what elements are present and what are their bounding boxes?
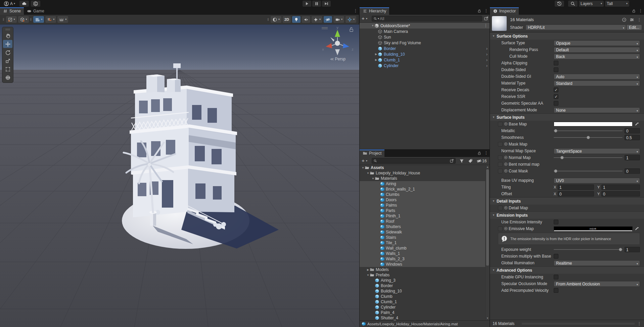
pause-button[interactable] bbox=[312, 1, 321, 7]
scene-lighting-toggle[interactable] bbox=[292, 16, 301, 23]
tool-transform-button[interactable] bbox=[3, 73, 12, 81]
help-icon[interactable]: ? bbox=[622, 17, 627, 22]
step-button[interactable] bbox=[322, 1, 331, 7]
pivot-mode-dropdown[interactable]: ▾ bbox=[18, 16, 29, 23]
project-item-airing[interactable]: Airing bbox=[360, 181, 485, 186]
overlay-drag-handle[interactable]: ‖ bbox=[267, 17, 269, 21]
layout-dropdown[interactable]: Tall ▾ bbox=[605, 1, 629, 7]
tool-rotate-button[interactable] bbox=[3, 48, 12, 56]
project-search-input[interactable] bbox=[372, 158, 456, 164]
eyedropper-button[interactable] bbox=[635, 226, 640, 231]
project-item-stairs[interactable]: Stairs bbox=[360, 235, 485, 240]
open-in-new-icon[interactable] bbox=[450, 159, 454, 163]
property-slider[interactable] bbox=[554, 137, 623, 138]
tab-game[interactable]: Game bbox=[24, 7, 47, 15]
project-item-assets[interactable]: ▼Assets bbox=[360, 165, 485, 170]
project-item-parts[interactable]: Parts bbox=[360, 208, 485, 213]
section-header-advanced-options[interactable]: ▼Advanced Options bbox=[490, 266, 644, 274]
tool-settings-dropdown[interactable]: ▾ bbox=[6, 16, 17, 23]
property-checkbox[interactable] bbox=[554, 275, 558, 279]
presets-icon[interactable] bbox=[630, 17, 634, 22]
project-item-border[interactable]: Border bbox=[360, 283, 485, 288]
property-dropdown[interactable]: UV0▾ bbox=[554, 178, 640, 183]
project-item-wall-clumb[interactable]: Wall_clumb bbox=[360, 246, 485, 251]
project-item-models[interactable]: ▶Models bbox=[360, 267, 485, 272]
hierarchy-item-sun[interactable]: Sun bbox=[360, 34, 490, 40]
play-button[interactable] bbox=[303, 1, 311, 7]
section-header-emission-inputs[interactable]: ▼Emission Inputs bbox=[490, 211, 644, 219]
project-item-roof[interactable]: Roof bbox=[360, 219, 485, 224]
project-item-plinth-1[interactable]: Plinth_1 bbox=[360, 213, 485, 219]
preview-resize-handle[interactable] bbox=[522, 323, 635, 325]
effects-dropdown[interactable]: ▾ bbox=[312, 16, 322, 23]
project-item-brick-walls-2-1[interactable]: Brick_walls_2_1 bbox=[360, 186, 485, 192]
slider-thumb[interactable] bbox=[619, 248, 622, 251]
foldout-closed-icon[interactable]: ▶ bbox=[366, 268, 370, 271]
project-item-building-10[interactable]: Building_10 bbox=[360, 288, 485, 294]
project-item-prefabs[interactable]: ▼Prefabs bbox=[360, 272, 485, 278]
create-asset-button[interactable]: + bbox=[362, 158, 365, 163]
hierarchy-scene-root[interactable]: ▼OutdoorsScene*⋮ bbox=[360, 23, 490, 29]
prefab-chevron-icon[interactable]: › bbox=[486, 46, 488, 51]
tool-move-button[interactable] bbox=[3, 40, 12, 48]
project-menu-button[interactable]: ⋮ bbox=[484, 151, 488, 155]
hierarchy-item-cylinder[interactable]: Cylinder› bbox=[360, 63, 490, 68]
y-value-field[interactable]: 1 bbox=[601, 184, 640, 190]
property-checkbox[interactable] bbox=[554, 67, 558, 72]
project-item-walls-2-3[interactable]: Walls_2_3 bbox=[360, 256, 485, 262]
inspector-menu-button[interactable]: ⋮ bbox=[639, 8, 643, 13]
overlay-drag-handle[interactable]: ‖ bbox=[30, 17, 32, 21]
project-item-shutters[interactable]: Shutters bbox=[360, 224, 485, 229]
hierarchy-item-border[interactable]: Border› bbox=[360, 46, 490, 51]
global-search-button[interactable] bbox=[568, 1, 578, 7]
foldout-open-icon[interactable]: ▼ bbox=[371, 177, 375, 180]
project-item-doors[interactable]: Doors bbox=[360, 197, 485, 203]
shader-dropdown[interactable]: HDRP/Lit ▾ bbox=[525, 24, 626, 30]
scene-visibility-toggle[interactable] bbox=[324, 16, 332, 23]
cloud-services-button[interactable] bbox=[19, 1, 29, 7]
search-by-label-icon[interactable] bbox=[468, 158, 473, 164]
hierarchy-item-main-camera[interactable]: Main Camera bbox=[360, 29, 490, 34]
scene-menu-button[interactable]: ⋮ bbox=[484, 23, 488, 28]
section-header-surface-inputs[interactable]: ▼Surface Inputs bbox=[490, 113, 644, 121]
project-item-clumb-1[interactable]: Clumb_1 bbox=[360, 299, 485, 305]
material-menu-button[interactable]: ⋮ bbox=[637, 17, 641, 22]
texture-slot[interactable] bbox=[498, 142, 503, 147]
search-by-type-icon[interactable] bbox=[459, 158, 464, 164]
scene-viewport[interactable]: y x z ≪Persp bbox=[0, 24, 359, 327]
scroll-up-arrow[interactable]: ▲ bbox=[486, 165, 490, 169]
property-dropdown[interactable]: Opaque▾ bbox=[554, 40, 640, 46]
lock-icon[interactable] bbox=[477, 151, 481, 155]
project-item-airing-3[interactable]: Airing_3 bbox=[360, 278, 485, 283]
foldout-closed-icon[interactable]: ▶ bbox=[374, 53, 378, 56]
project-item-clumbs[interactable]: Clumbs bbox=[360, 192, 485, 197]
scene-pane-menu-button[interactable]: ⋮ bbox=[354, 8, 358, 13]
slider-value-field[interactable]: 0.5 bbox=[625, 135, 640, 140]
tool-rect-button[interactable] bbox=[3, 65, 12, 73]
property-checkbox[interactable]: ✓ bbox=[554, 88, 558, 92]
property-checkbox[interactable] bbox=[554, 254, 558, 259]
lock-icon[interactable] bbox=[477, 9, 481, 13]
property-checkbox[interactable] bbox=[554, 101, 558, 106]
section-header-detail-inputs[interactable]: ▼Detail Inputs bbox=[490, 197, 644, 205]
project-item-materials[interactable]: ▼Materials bbox=[360, 176, 485, 181]
scroll-down-arrow[interactable]: ▼ bbox=[486, 316, 490, 320]
slider-value-field[interactable]: 0 bbox=[625, 168, 640, 174]
prefab-chevron-icon[interactable]: › bbox=[486, 63, 488, 68]
property-dropdown[interactable]: From Ambient Occlusion▾ bbox=[554, 281, 640, 287]
tool-scale-button[interactable] bbox=[3, 57, 12, 65]
plastic-scm-button[interactable] bbox=[31, 1, 40, 7]
gizmos-dropdown[interactable]: ▾ bbox=[346, 16, 356, 23]
prefab-chevron-icon[interactable]: › bbox=[486, 58, 488, 62]
project-item-sidewalk[interactable]: Sidewalk bbox=[360, 229, 485, 235]
hierarchy-item-clumb-1[interactable]: ▶Clumb_1› bbox=[360, 57, 490, 63]
property-dropdown[interactable]: None▾ bbox=[554, 107, 640, 113]
tab-project[interactable]: Project bbox=[360, 150, 384, 157]
tab-hierarchy[interactable]: Hierarchy bbox=[360, 7, 389, 15]
grid-snapping-dropdown[interactable]: ▾ bbox=[45, 16, 56, 23]
property-dropdown[interactable]: Auto▾ bbox=[554, 74, 640, 79]
foldout-open-icon[interactable]: ▼ bbox=[366, 274, 370, 277]
project-item-tile-1[interactable]: Tile_1 bbox=[360, 240, 485, 246]
foldout-open-icon[interactable]: ▼ bbox=[366, 172, 370, 175]
account-button[interactable]: A ▾ bbox=[2, 1, 17, 7]
